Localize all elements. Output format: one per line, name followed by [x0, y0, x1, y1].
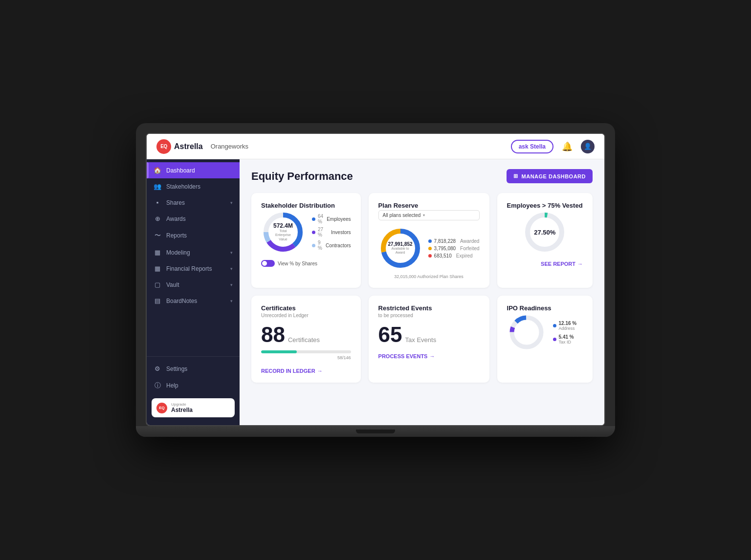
plan-donut-sublabel: Available toAward — [388, 247, 413, 255]
sidebar-item-label: Awards — [166, 215, 233, 222]
boardnotes-icon: ▤ — [154, 297, 161, 304]
upgrade-logo-icon: EQ — [156, 403, 167, 413]
sidebar-bottom: ⚙ Settings ⓘ Help EQ Upgrade Astrella — [147, 356, 240, 425]
sidebar-item-modeling[interactable]: ▦ Modeling ▾ — [147, 244, 240, 260]
sidebar-item-label: BoardNotes — [166, 298, 225, 304]
forfeited-dot — [428, 247, 432, 250]
see-report-label: SEE REPORT — [541, 261, 575, 267]
sidebar-item-financial-reports[interactable]: ▦ Financial Reports ▾ — [147, 260, 240, 277]
cert-number-row: 88 Certificates — [261, 324, 351, 345]
view-toggle-label: View % by Shares — [278, 261, 317, 266]
contractors-label: Contractors — [326, 243, 351, 248]
investors-pct: 27 % — [318, 227, 328, 237]
employees-pct: 64 % — [318, 214, 323, 224]
certificates-progress-fill — [261, 350, 297, 353]
ipo-legend: 12.16 % Address 5.41 % Tax ID — [553, 321, 577, 345]
plan-legend-forfeited: 3,795,080 Forfeited — [428, 246, 480, 251]
plan-reserve-card: Plan Reserve All plans selected ▾ — [369, 193, 489, 288]
expired-dot — [428, 254, 432, 258]
forfeited-label: Forfeited — [460, 246, 479, 251]
stakeholder-card-title: Stakeholder Distribution — [261, 202, 351, 209]
plan-dropdown-label: All plans selected — [383, 213, 421, 218]
events-unit: Tax Events — [405, 336, 437, 344]
ipo-legend-taxid: 5.41 % Tax ID — [553, 334, 577, 345]
process-events-label: PROCESS EVENTS — [378, 353, 428, 359]
upgrade-banner[interactable]: EQ Upgrade Astrella — [152, 398, 235, 417]
see-report-link[interactable]: SEE REPORT → — [541, 261, 583, 267]
process-events-link[interactable]: PROCESS EVENTS → — [378, 353, 480, 359]
notification-bell-icon[interactable]: 🔔 — [560, 140, 574, 153]
sidebar-item-label: Dashboard — [166, 167, 233, 174]
expired-label: Expired — [456, 253, 473, 258]
user-avatar[interactable]: 👤 — [581, 140, 595, 153]
plan-legend-awarded: 7,818,228 Awarded — [428, 238, 480, 244]
certificates-unit: Certificates — [288, 336, 320, 344]
stakeholders-icon: 👥 — [154, 183, 161, 190]
ipo-readiness-title: IPO Readiness — [507, 304, 583, 312]
restricted-events-card: Restricted Events to be processed 65 Tax… — [369, 296, 489, 383]
certificates-card: Certificates Unrecorded in Ledger 88 Cer… — [251, 296, 361, 383]
sidebar-item-help[interactable]: ⓘ Help — [147, 377, 240, 394]
plan-dropdown[interactable]: All plans selected ▾ — [378, 210, 480, 220]
certificates-progress-label: 58/146 — [261, 355, 351, 360]
donut-center-value: 572.4M — [272, 222, 294, 229]
ask-stella-button[interactable]: ask Stella — [511, 140, 553, 153]
arrow-right-icon: → — [577, 261, 583, 267]
header-right: ask Stella 🔔 👤 — [511, 140, 595, 153]
ipo-readiness-card: IPO Readiness — [497, 296, 593, 383]
arrow-right-icon: → — [317, 368, 323, 374]
ipo-donut-chart — [507, 313, 546, 352]
sidebar: 🏠 Dashboard 👥 Stakeholders ▪ Shares ▾ — [147, 159, 240, 425]
settings-icon: ⚙ — [154, 365, 161, 372]
reports-icon: 〜 — [154, 231, 161, 240]
chevron-down-icon: ▾ — [230, 200, 233, 205]
ipo-legend-address: 12.16 % Address — [553, 321, 577, 331]
view-toggle[interactable]: View % by Shares — [261, 260, 351, 267]
arrow-right-icon: → — [429, 353, 435, 359]
logo[interactable]: EQ Astrella — [156, 139, 203, 154]
sidebar-item-settings[interactable]: ⚙ Settings — [147, 361, 240, 377]
sidebar-item-reports[interactable]: 〜 Reports — [147, 227, 240, 244]
sidebar-item-label: Reports — [166, 232, 233, 239]
sidebar-item-vault[interactable]: ▢ Vault ▾ — [147, 277, 240, 293]
contractors-dot — [312, 244, 315, 247]
chevron-down-icon: ▾ — [230, 266, 233, 271]
body-layout: 🏠 Dashboard 👥 Stakeholders ▪ Shares ▾ — [147, 159, 604, 425]
sidebar-item-dashboard[interactable]: 🏠 Dashboard — [147, 162, 240, 178]
sidebar-item-boardnotes[interactable]: ▤ BoardNotes ▾ — [147, 293, 240, 309]
donut-center-sublabel: Total EnterpriseValue — [272, 229, 294, 241]
address-pct: 12.16 % — [559, 321, 577, 326]
awarded-dot — [428, 239, 432, 243]
employees-dot — [312, 217, 315, 221]
certificates-card-subtitle: Unrecorded in Ledger — [261, 313, 351, 318]
sidebar-item-shares[interactable]: ▪ Shares ▾ — [147, 194, 240, 211]
legend-item-investors: 27 % Investors — [312, 227, 351, 237]
main-content: Equity Performance ⊞ MANAGE DASHBOARD St… — [240, 159, 604, 425]
legend-item-contractors: 9 % Contractors — [312, 240, 351, 251]
upgrade-text: Upgrade Astrella — [171, 402, 193, 413]
sidebar-item-awards[interactable]: ⊕ Awards — [147, 211, 240, 227]
forfeited-value: 3,795,080 — [434, 246, 456, 251]
chevron-down-icon: ▾ — [230, 282, 233, 287]
page-title: Equity Performance — [251, 170, 353, 183]
toggle-switch[interactable] — [261, 260, 275, 267]
employees-vested-card: Employees > 75% Vested 27.50% — [497, 193, 593, 288]
donut-center-label: 572.4M Total EnterpriseValue — [272, 222, 294, 241]
manage-dashboard-button[interactable]: ⊞ MANAGE DASHBOARD — [507, 169, 593, 183]
restricted-events-title: Restricted Events — [378, 304, 480, 312]
sidebar-item-stakeholders[interactable]: 👥 Stakeholders — [147, 178, 240, 194]
investors-label: Investors — [331, 230, 351, 235]
sidebar-item-label: Shares — [166, 199, 225, 206]
sidebar-item-label: Vault — [166, 281, 225, 288]
plan-legend-expired: 683,510 Expired — [428, 253, 480, 258]
app-header: EQ Astrella Orangeworks ask Stella 🔔 👤 — [147, 134, 604, 159]
company-name: Orangeworks — [211, 143, 248, 150]
plan-reserve-card-title: Plan Reserve — [378, 202, 480, 209]
plan-reserve-legend: 7,818,228 Awarded 3,795,080 Forfeited — [428, 238, 480, 258]
awards-icon: ⊕ — [154, 215, 161, 222]
ipo-body: 12.16 % Address 5.41 % Tax ID — [507, 313, 583, 352]
record-in-ledger-link[interactable]: RECORD IN LEDGER → — [261, 368, 351, 374]
contractors-pct: 9 % — [318, 240, 322, 251]
awarded-label: Awarded — [460, 238, 479, 244]
upgrade-brand: Astrella — [171, 407, 193, 413]
